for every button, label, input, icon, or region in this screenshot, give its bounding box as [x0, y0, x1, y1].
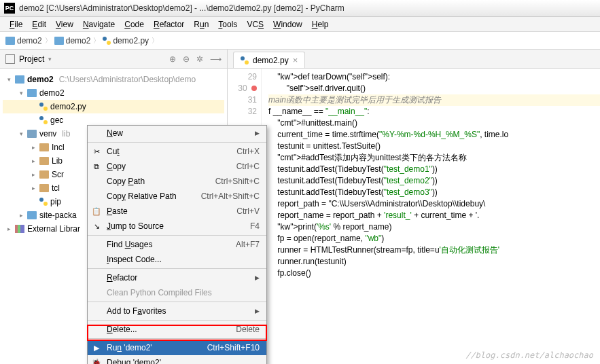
folder-icon: [39, 170, 49, 179]
menu-item-label: Delete...: [107, 325, 137, 334]
tree-demo2py[interactable]: demo2.py: [3, 100, 224, 113]
menu-item-jump-to-source[interactable]: ↘Jump to SourceF4: [88, 219, 266, 234]
menu-item-icon: ▶: [92, 343, 101, 352]
menu-item-icon: ✂: [92, 147, 101, 156]
tree-root[interactable]: ▾demo2C:\Users\Administrator\Desktop\dem…: [3, 73, 224, 86]
menu-item-find-usages[interactable]: Find UsagesAlt+F7: [88, 237, 266, 252]
menu-separator: [88, 302, 266, 302]
code-area[interactable]: "kw">def tearDown("self">self): "self">s…: [262, 69, 600, 364]
sidebar-header: Project ▾ ⊕ ⊖ ✲ ⟶: [0, 50, 227, 69]
menu-separator: [88, 338, 266, 339]
folder-icon: [39, 143, 49, 151]
menu-shortcut: Ctrl+X: [236, 147, 260, 156]
menu-item-label: Find Usages: [107, 240, 152, 249]
crumb-demo2[interactable]: demo2: [54, 36, 91, 46]
close-icon[interactable]: ×: [293, 55, 298, 65]
context-menu: New▶✂CutCtrl+X⧉CopyCtrl+CCopy PathCtrl+S…: [87, 125, 267, 364]
menu-item-label: Clean Python Compiled Files: [107, 288, 212, 297]
menu-help[interactable]: Help: [308, 18, 333, 31]
menu-item-label: New: [107, 128, 123, 138]
breadcrumb: demo2 〉 demo2 〉 demo2.py 〉: [0, 32, 600, 50]
menu-item-label: Debug 'demo2': [107, 358, 161, 364]
folder-icon: [54, 37, 64, 45]
python-file-icon: [39, 116, 48, 124]
menu-item-run-demo2[interactable]: ▶Run 'demo2'Ctrl+Shift+F10: [88, 340, 266, 355]
menu-window[interactable]: Window: [269, 18, 306, 31]
chevron-right-icon: 〉: [45, 36, 52, 46]
locate-icon[interactable]: ⊖: [183, 54, 190, 64]
hide-icon[interactable]: ⟶: [210, 54, 222, 64]
menu-item-add-to-favorites[interactable]: Add to Favorites▶: [88, 304, 266, 318]
library-icon: [15, 225, 24, 233]
collapse-icon[interactable]: ⊕: [169, 54, 176, 64]
menu-shortcut: Delete: [236, 325, 260, 334]
editor-tab-demo2py[interactable]: demo2.py ×: [233, 52, 305, 68]
menu-shortcut: Ctrl+Alt+Shift+C: [201, 192, 260, 201]
menu-shortcut: Ctrl+C: [236, 162, 260, 171]
menu-navigate[interactable]: Navigate: [79, 18, 119, 31]
menu-item-label: Cut: [107, 147, 120, 156]
crumb-demo2py[interactable]: demo2.py: [103, 36, 149, 46]
menu-item-debug-demo2[interactable]: 🐞Debug 'demo2': [88, 355, 266, 364]
watermark: //blog.csdn.net/alchaochao: [465, 350, 593, 360]
menu-run[interactable]: Run: [190, 18, 213, 31]
menu-item-copy[interactable]: ⧉CopyCtrl+C: [88, 159, 266, 174]
menu-item-inspect-code[interactable]: Inspect Code...: [88, 252, 266, 267]
python-file-icon: [39, 103, 48, 111]
dropdown-icon[interactable]: ▾: [48, 56, 52, 62]
menubar: File Edit View Navigate Code Refactor Ru…: [0, 17, 600, 32]
menu-item-icon: 📋: [92, 206, 101, 216]
folder-icon: [39, 157, 49, 165]
chevron-down-icon[interactable]: ▾: [18, 130, 24, 137]
tree-demo2-folder[interactable]: ▾demo2: [3, 86, 224, 100]
chevron-right-icon: 〉: [152, 36, 158, 46]
menu-item-label: Copy Relative Path: [107, 192, 177, 201]
project-icon: [5, 54, 15, 64]
folder-icon: [5, 37, 15, 45]
chevron-right-icon: 〉: [93, 36, 100, 46]
chevron-right-icon[interactable]: ▸: [30, 144, 37, 151]
menu-view[interactable]: View: [52, 18, 77, 31]
menu-item-refactor[interactable]: Refactor▶: [88, 270, 266, 285]
submenu-arrow-icon: ▶: [255, 130, 260, 136]
folder-icon: [27, 89, 37, 97]
gear-icon[interactable]: ✲: [196, 54, 203, 64]
menu-item-label: Add to Favorites: [107, 306, 166, 316]
menu-item-copy-path[interactable]: Copy PathCtrl+Shift+C: [88, 174, 266, 189]
menu-shortcut: F4: [250, 221, 260, 231]
menu-item-delete[interactable]: Delete...Delete: [88, 322, 266, 337]
menu-separator: [88, 320, 266, 321]
editor-body[interactable]: 29 30 31 32 "kw">def tearDown("self">sel…: [228, 69, 600, 364]
python-file-icon: [39, 198, 48, 206]
menu-code[interactable]: Code: [120, 18, 148, 31]
menu-item-icon: ↘: [92, 221, 101, 231]
menu-item-icon: ⧉: [92, 162, 101, 171]
menu-tools[interactable]: Tools: [214, 18, 241, 31]
breakpoint-icon[interactable]: [251, 86, 257, 91]
menu-item-label: Inspect Code...: [107, 255, 162, 264]
menu-refactor[interactable]: Refactor: [149, 18, 188, 31]
menu-item-label: Copy: [107, 162, 126, 171]
chevron-right-icon[interactable]: ▸: [18, 212, 24, 219]
menu-item-paste[interactable]: 📋PasteCtrl+V: [88, 204, 266, 219]
editor-tabs: demo2.py ×: [228, 50, 600, 69]
chevron-right-icon[interactable]: ▸: [5, 225, 12, 232]
chevron-down-icon[interactable]: ▾: [18, 90, 24, 96]
chevron-down-icon[interactable]: ▾: [5, 76, 12, 83]
folder-icon: [39, 184, 49, 192]
submenu-arrow-icon: ▶: [255, 274, 260, 281]
menu-item-copy-relative-path[interactable]: Copy Relative PathCtrl+Alt+Shift+C: [88, 189, 266, 204]
pycharm-icon: PC: [4, 3, 15, 14]
menu-item-clean-python-compiled-files: Clean Python Compiled Files: [88, 285, 266, 300]
menu-item-new[interactable]: New▶: [88, 126, 266, 141]
menu-file[interactable]: File: [5, 18, 27, 31]
menu-item-cut[interactable]: ✂CutCtrl+X: [88, 144, 266, 159]
chevron-right-icon[interactable]: ▸: [30, 185, 37, 192]
menu-vcs[interactable]: VCS: [243, 18, 268, 31]
submenu-arrow-icon: ▶: [255, 308, 260, 314]
menu-separator: [88, 142, 266, 143]
crumb-demo2-root[interactable]: demo2: [5, 36, 42, 46]
chevron-right-icon[interactable]: ▸: [30, 158, 37, 164]
chevron-right-icon[interactable]: ▸: [30, 171, 37, 178]
menu-edit[interactable]: Edit: [28, 18, 50, 31]
